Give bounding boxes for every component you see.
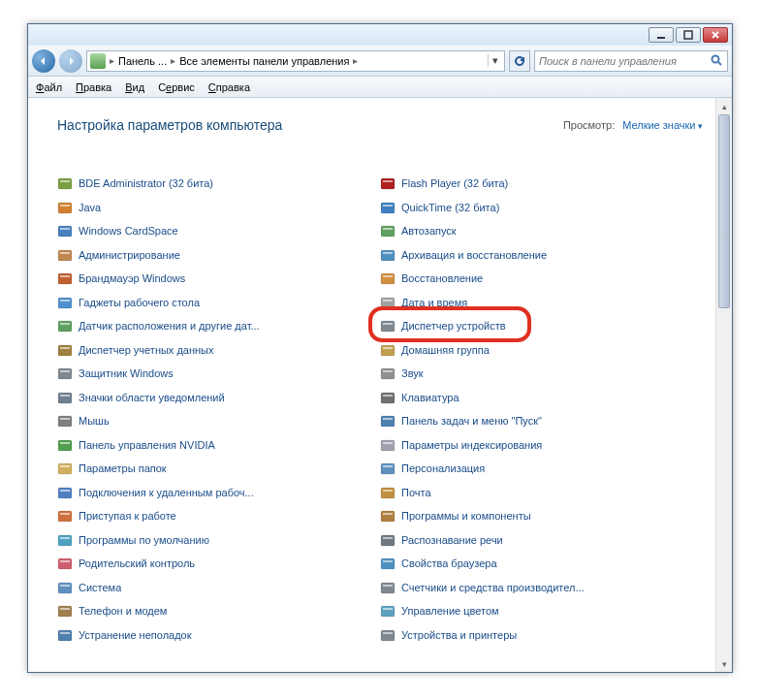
breadcrumb-part[interactable]: Панель ... bbox=[118, 55, 167, 67]
backup-restore-icon bbox=[380, 247, 396, 263]
svg-rect-33 bbox=[381, 345, 395, 356]
scroll-thumb[interactable] bbox=[718, 114, 730, 308]
forward-button[interactable] bbox=[59, 49, 82, 73]
windows-cardspace-icon bbox=[57, 223, 73, 239]
search-box[interactable] bbox=[534, 50, 728, 72]
desktop-gadgets-icon bbox=[57, 295, 73, 310]
cpl-item-label: Администрирование bbox=[79, 249, 180, 261]
cpl-item-label: Диспетчер устройств bbox=[401, 320, 506, 332]
cpl-item-label: BDE Administrator (32 бита) bbox=[79, 177, 213, 189]
svg-rect-25 bbox=[381, 298, 395, 308]
address-bar[interactable]: ▸ Панель ... ▸ Все элементы панели управ… bbox=[86, 50, 505, 72]
personalization-icon bbox=[380, 461, 396, 476]
cpl-item-label: Персонализация bbox=[401, 462, 485, 474]
cpl-item-windows-firewall[interactable]: Брандмауэр Windows bbox=[57, 267, 380, 291]
cpl-item-credential-manager[interactable]: Диспетчер учетных данных bbox=[57, 338, 380, 363]
cpl-item-backup-restore[interactable]: Архивация и восстановление bbox=[380, 243, 703, 268]
close-button[interactable] bbox=[703, 27, 728, 43]
cpl-item-windows-defender[interactable]: Защитник Windows bbox=[57, 362, 380, 386]
nvidia-panel-icon bbox=[57, 437, 73, 453]
cpl-item-label: Счетчики и средства производител... bbox=[401, 582, 585, 593]
cpl-item-keyboard[interactable]: Клавиатура bbox=[380, 386, 703, 410]
svg-rect-5 bbox=[381, 178, 395, 189]
svg-rect-8 bbox=[60, 205, 70, 207]
cpl-item-java[interactable]: Java bbox=[57, 196, 380, 220]
refresh-button[interactable] bbox=[509, 50, 530, 72]
cpl-item-label: QuickTime (32 бита) bbox=[401, 202, 499, 213]
back-button[interactable] bbox=[32, 49, 55, 73]
cpl-item-label: Автозапуск bbox=[401, 225, 457, 237]
cpl-item-personalization[interactable]: Персонализация bbox=[380, 457, 703, 481]
svg-rect-82 bbox=[383, 632, 393, 634]
cpl-item-phone-modem[interactable]: Телефон и модем bbox=[57, 599, 380, 623]
cpl-item-sound[interactable]: Звук bbox=[380, 362, 703, 386]
parental-controls-icon bbox=[57, 556, 73, 571]
breadcrumb-part[interactable]: Все элементы панели управления bbox=[179, 55, 349, 67]
menu-view[interactable]: Вид bbox=[125, 81, 144, 93]
menu-help[interactable]: Справка bbox=[208, 81, 250, 93]
cpl-item-color-management[interactable]: Управление цветом bbox=[380, 599, 703, 623]
cpl-item-troubleshooting[interactable]: Устранение неполадок bbox=[57, 623, 380, 648]
svg-rect-80 bbox=[60, 632, 70, 634]
minimize-button[interactable] bbox=[649, 27, 674, 43]
svg-rect-48 bbox=[60, 442, 70, 444]
cpl-item-mail[interactable]: Почта bbox=[380, 481, 703, 505]
browser-properties-icon bbox=[380, 556, 396, 571]
cpl-item-bde-administrator[interactable]: BDE Administrator (32 бита) bbox=[57, 172, 380, 196]
search-input[interactable] bbox=[539, 55, 711, 67]
scroll-track[interactable] bbox=[716, 114, 732, 655]
cpl-item-label: Устранение неполадок bbox=[79, 629, 192, 641]
sound-icon bbox=[380, 366, 396, 381]
cpl-item-taskbar-start[interactable]: Панель задач и меню "Пуск" bbox=[380, 409, 703, 433]
svg-rect-29 bbox=[381, 321, 395, 332]
scrollbar[interactable]: ▴ ▾ bbox=[715, 98, 732, 672]
indexing-options-icon bbox=[380, 437, 396, 453]
cpl-item-label: Устройства и принтеры bbox=[401, 629, 517, 641]
performance-counters-icon bbox=[380, 580, 396, 595]
cpl-item-label: Панель управления NVIDIA bbox=[79, 439, 215, 451]
cpl-item-nvidia-panel[interactable]: Панель управления NVIDIA bbox=[57, 433, 380, 458]
credential-manager-icon bbox=[57, 342, 73, 358]
cpl-item-performance-counters[interactable]: Счетчики и средства производител... bbox=[380, 576, 703, 600]
cpl-item-location-sensor[interactable]: Датчик расположения и другие дат... bbox=[57, 314, 380, 338]
cpl-item-desktop-gadgets[interactable]: Гаджеты рабочего стола bbox=[57, 291, 380, 315]
cpl-item-parental-controls[interactable]: Родительский контроль bbox=[57, 552, 380, 576]
programs-features-icon bbox=[380, 508, 396, 524]
cpl-item-administration[interactable]: Администрирование bbox=[57, 243, 380, 268]
cpl-item-folder-options[interactable]: Параметры папок bbox=[57, 457, 380, 481]
menu-edit[interactable]: Правка bbox=[76, 81, 111, 93]
cpl-item-system[interactable]: Система bbox=[57, 576, 380, 600]
cpl-item-notification-icons[interactable]: Значки области уведомлений bbox=[57, 386, 380, 410]
cpl-item-indexing-options[interactable]: Параметры индексирования bbox=[380, 433, 703, 458]
scroll-down-button[interactable]: ▾ bbox=[716, 655, 732, 672]
cpl-item-browser-properties[interactable]: Свойства браузера bbox=[380, 552, 703, 576]
view-dropdown[interactable]: Мелкие значки bbox=[622, 119, 703, 131]
device-manager-icon bbox=[380, 318, 396, 334]
cpl-item-devices-printers[interactable]: Устройства и принтеры bbox=[380, 623, 703, 648]
cpl-item-speech-recognition[interactable]: Распознавание речи bbox=[380, 528, 703, 553]
chevron-right-icon: ▸ bbox=[353, 55, 358, 66]
menu-service[interactable]: Сервис bbox=[158, 81, 195, 93]
cpl-item-quicktime[interactable]: QuickTime (32 бита) bbox=[380, 196, 703, 220]
menu-file[interactable]: ФФайлайл bbox=[36, 81, 62, 93]
cpl-item-windows-cardspace[interactable]: Windows CardSpace bbox=[57, 219, 380, 243]
cpl-item-recovery[interactable]: Восстановление bbox=[380, 267, 703, 291]
address-dropdown[interactable]: ▾ bbox=[488, 54, 501, 67]
cpl-item-label: Подключения к удаленным рабоч... bbox=[79, 487, 254, 498]
cpl-item-autorun[interactable]: Автозапуск bbox=[380, 219, 703, 243]
cpl-item-mouse[interactable]: Мышь bbox=[57, 409, 380, 433]
svg-rect-49 bbox=[381, 440, 395, 451]
phone-modem-icon bbox=[57, 603, 73, 619]
svg-rect-55 bbox=[58, 488, 72, 498]
cpl-item-remote-desktop[interactable]: Подключения к удаленным рабоч... bbox=[57, 481, 380, 505]
cpl-item-date-time[interactable]: Дата и время bbox=[380, 291, 703, 315]
maximize-button[interactable] bbox=[676, 27, 701, 43]
scroll-up-button[interactable]: ▴ bbox=[716, 98, 732, 114]
cpl-item-device-manager[interactable]: Диспетчер устройств bbox=[380, 314, 703, 338]
cpl-item-flash-player[interactable]: Flash Player (32 бита) bbox=[380, 172, 703, 196]
cpl-item-getting-started[interactable]: Приступая к работе bbox=[57, 504, 380, 528]
cpl-item-programs-features[interactable]: Программы и компоненты bbox=[380, 504, 703, 528]
cpl-item-default-programs[interactable]: Программы по умолчанию bbox=[57, 528, 380, 553]
cpl-item-label: Архивация и восстановление bbox=[401, 249, 547, 261]
cpl-item-homegroup[interactable]: Домашняя группа bbox=[380, 338, 703, 363]
